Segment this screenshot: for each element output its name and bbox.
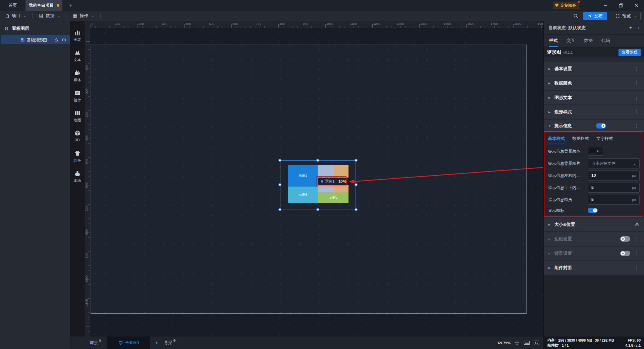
custom-service-badge[interactable]: 定制服务 — [553, 2, 579, 9]
new-tab-button[interactable]: + — [66, 0, 76, 11]
tab-data-format[interactable]: 数据格式 — [572, 136, 589, 144]
layer-item-selected[interactable]: 基础矩形图 — [1, 36, 69, 44]
section-toggle-off[interactable] — [620, 236, 630, 242]
resize-handle-sw[interactable] — [278, 208, 281, 211]
menu-project[interactable]: 项目 ⌄ — [0, 13, 33, 18]
toolbox-item-local[interactable]: 本地 — [74, 170, 81, 185]
bar-chart-icon — [74, 29, 81, 36]
toolbox-item-text[interactable]: 文本 — [74, 49, 81, 64]
h-ruler-label: 600 — [232, 22, 238, 26]
color-picker[interactable]: ▼ — [588, 147, 603, 156]
fps-label: FPS: — [628, 338, 636, 342]
fit-screen-button[interactable] — [514, 340, 520, 346]
tab-code[interactable]: 代码 — [601, 38, 610, 47]
preview-button[interactable]: 预览 ⌄ — [612, 12, 641, 20]
panel-section[interactable]: ▶图形文本⋮ — [544, 91, 644, 104]
panel-section[interactable]: ▶背景设置⋮ — [544, 247, 644, 260]
lock-icon[interactable] — [635, 222, 639, 227]
close-icon — [634, 3, 638, 7]
add-subboard-button[interactable]: + — [155, 340, 158, 346]
h-ruler-label: 1600 — [467, 22, 474, 26]
tutorial-button[interactable]: 查看教程 — [619, 49, 641, 56]
minimize-button[interactable] — [598, 0, 613, 11]
treemap-widget[interactable]: 示例1示例4示例2示例5示例3 — [280, 160, 356, 209]
file-select[interactable]: 点击选择文件 ⌄ — [588, 158, 640, 168]
toolbox-item-kits[interactable]: 套件 — [74, 150, 81, 164]
show-icon-toggle[interactable] — [588, 208, 598, 213]
section-label: 大小&位置 — [554, 221, 575, 228]
section-toggle-off[interactable] — [620, 251, 630, 256]
tab-interaction[interactable]: 交互 — [567, 38, 575, 47]
kebab-menu-icon[interactable]: ⋮ — [634, 80, 639, 86]
toolbox-item-map[interactable]: 地图 — [74, 110, 81, 124]
panel-section[interactable]: ▶矩形样式⋮ — [544, 105, 644, 119]
kebab-menu-icon[interactable]: ⋮ — [634, 95, 639, 101]
section-tooltip-info[interactable]: ▼ 提示信息 ⋮ — [544, 120, 644, 132]
kebab-menu-icon[interactable]: ⋮ — [634, 250, 639, 256]
tab-basic-style[interactable]: 基本样式 — [548, 136, 565, 144]
search-icon[interactable] — [573, 13, 579, 19]
toolbox-item-media[interactable]: 媒体 — [74, 69, 81, 84]
menu-bar: 项目 ⌄ 数据 ⌄ 操作 ⌄ — [0, 11, 644, 21]
resize-handle-nw[interactable] — [278, 159, 281, 162]
design-canvas[interactable]: 0100200300400500600700800900100011001200… — [85, 21, 543, 337]
toolbox-label: 文本 — [74, 57, 81, 62]
subboard-tab[interactable]: 子看板1 — [107, 337, 150, 349]
menu-data-label: 数据 — [46, 13, 54, 19]
tooltip-enabled-toggle[interactable] — [596, 123, 606, 129]
panel-section[interactable]: ▶组件封面⋮ — [544, 261, 644, 275]
resize-handle-ne[interactable] — [355, 159, 358, 162]
resize-handle-w[interactable] — [278, 183, 281, 186]
shortcut-keyboard-button[interactable] — [524, 340, 530, 346]
tab-style[interactable]: 样式 — [549, 38, 558, 47]
v-ruler-label: 700 — [85, 204, 88, 214]
h-ruler-label: 800 — [279, 22, 285, 26]
background-button[interactable]: 背景 ⊕ — [164, 340, 176, 346]
menu-project-label: 项目 — [12, 13, 20, 19]
resize-handle-s[interactable] — [316, 208, 319, 211]
radius-input[interactable]: 5 px — [588, 195, 640, 205]
publish-button[interactable]: 发布 — [583, 12, 607, 20]
menu-ops[interactable]: 操作 ⌄ — [66, 13, 100, 18]
toolbox-item-3d[interactable]: 3D — [74, 130, 81, 144]
input-value: 5 — [591, 185, 594, 190]
visibility-eye-icon[interactable] — [62, 38, 66, 42]
v-ruler-label: 400 — [85, 133, 88, 143]
restore-button[interactable] — [613, 0, 629, 11]
kebab-menu-icon[interactable]: ⋮ — [634, 265, 639, 271]
chevron-right-icon[interactable]: › — [638, 25, 639, 31]
panel-section[interactable]: ▶数据颜色⋮ — [544, 77, 644, 90]
toolbox-item-controls[interactable]: 控件 — [74, 90, 81, 104]
foreground-button[interactable]: 前景 ⊕ — [90, 340, 101, 346]
file-select-placeholder: 点击选择文件 — [591, 161, 615, 166]
panel-section[interactable]: ▶大小&位置 — [544, 218, 644, 231]
kebab-menu-icon[interactable]: ⋮ — [634, 66, 639, 72]
padding-v-input[interactable]: 5 px — [588, 183, 640, 193]
tab-project-active[interactable]: 我的空白项目 — [25, 0, 62, 11]
properties-panel: 当前状态: 默认状态 + › 样式 交互 数据 代码 矩形图 v0.1.1 查看… — [543, 21, 644, 337]
add-state-button[interactable]: + — [629, 24, 632, 31]
tab-home[interactable]: 首页 — [0, 0, 25, 11]
resize-handle-se[interactable] — [355, 208, 358, 211]
console-button[interactable] — [534, 340, 539, 346]
v-ruler-label: 1000 — [85, 274, 88, 284]
padding-h-input[interactable]: 10 px — [588, 170, 640, 181]
kebab-menu-icon[interactable]: ⋮ — [634, 123, 639, 129]
tab-data[interactable]: 数据 — [584, 38, 593, 47]
unit-suffix: px — [632, 173, 636, 178]
close-button[interactable] — [629, 0, 644, 11]
title-bar: 首页 我的空白项目 + 定制服务 — [0, 0, 644, 11]
input-value: 10 — [591, 173, 596, 178]
panel-section[interactable]: ▶边框设置⋮ — [544, 232, 644, 246]
tab-text-style[interactable]: 文字样式 — [596, 136, 613, 144]
menu-data[interactable]: 数据 ⌄ — [33, 13, 66, 18]
unlock-icon[interactable] — [54, 38, 58, 42]
toolbox-item-charts[interactable]: 图表 — [74, 29, 81, 44]
resize-handle-e[interactable] — [355, 183, 358, 186]
paper-plane-icon — [588, 14, 592, 18]
kebab-menu-icon[interactable]: ⋮ — [634, 236, 639, 242]
panel-section[interactable]: ▶基本设置⋮ — [544, 62, 644, 76]
resize-handle-n[interactable] — [316, 159, 319, 162]
kebab-menu-icon[interactable]: ⋮ — [634, 109, 639, 115]
tab-home-label: 首页 — [9, 3, 17, 8]
